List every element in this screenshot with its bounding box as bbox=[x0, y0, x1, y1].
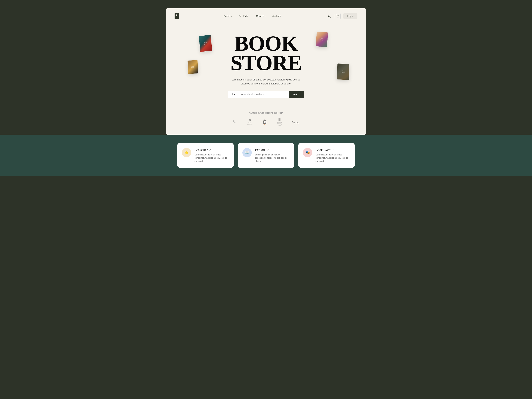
nav-actions: Login bbox=[327, 13, 357, 19]
search-input[interactable] bbox=[238, 91, 289, 98]
publishers-logos: S EALPRESS bbox=[175, 118, 357, 126]
bestseller-icon-wrap: ⭐ bbox=[182, 148, 191, 157]
publishers-label: Curated by world-leading publisher bbox=[175, 112, 357, 114]
book-event-title: Book Event ↗ bbox=[316, 148, 350, 152]
navbar: Books ▾ For Kids ▾ Genres ▾ Authors bbox=[166, 8, 366, 24]
nav-links: Books ▾ For Kids ▾ Genres ▾ Authors bbox=[223, 15, 282, 18]
bottom-section: ⭐ Bestseller ↗ Lorem ipsum dolor sit ame… bbox=[0, 135, 532, 176]
arrow-icon: ↗ bbox=[267, 148, 269, 151]
explore-content: Explore ↗ Lorem ipsum dolor sit amet con… bbox=[255, 148, 290, 163]
book-open-icon: 📖 bbox=[245, 151, 249, 155]
svg-point-3 bbox=[338, 17, 339, 17]
nav-authors[interactable]: Authors ▾ bbox=[272, 15, 282, 18]
hero-title: BOOK STORE bbox=[175, 34, 357, 73]
theater-masks-icon: 🎭 bbox=[305, 151, 310, 155]
publisher-flag bbox=[232, 120, 237, 124]
explore-card[interactable]: 📖 Explore ↗ Lorem ipsum dolor sit amet c… bbox=[238, 143, 294, 168]
nav-genres[interactable]: Genres ▾ bbox=[256, 15, 266, 18]
logo[interactable] bbox=[175, 13, 179, 19]
svg-point-8 bbox=[264, 120, 264, 120]
hero-section: BookCover BookCover BookCover BookCover … bbox=[166, 24, 366, 107]
nav-for-kids[interactable]: For Kids ▾ bbox=[239, 15, 249, 18]
book-event-card[interactable]: 🎭 Book Event ↗ Lorem ipsum dolor sit ame… bbox=[298, 143, 355, 168]
publisher-seal: S EALPRESS bbox=[247, 119, 253, 126]
bestseller-content: Bestseller ↗ Lorem ipsum dolor sit amet … bbox=[195, 148, 229, 163]
bestseller-card[interactable]: ⭐ Bestseller ↗ Lorem ipsum dolor sit ame… bbox=[177, 143, 234, 168]
publisher-wsj: WSJ bbox=[292, 120, 300, 124]
hero-subtitle: Lorem ipsum dolor sit amet, consectetur … bbox=[229, 78, 303, 86]
svg-point-0 bbox=[328, 15, 330, 17]
arrow-icon: ↗ bbox=[333, 148, 335, 151]
explore-title: Explore ↗ bbox=[255, 148, 290, 152]
cart-icon[interactable] bbox=[335, 13, 341, 19]
explore-icon-wrap: 📖 bbox=[242, 148, 252, 157]
search-bar-container: All ▾ Search bbox=[175, 91, 357, 98]
search-filter-dropdown[interactable]: All ▾ bbox=[228, 91, 238, 98]
bestseller-description: Lorem ipsum dolor sit amet consectetur a… bbox=[195, 153, 229, 163]
event-icon-wrap: 🎭 bbox=[303, 148, 312, 157]
publisher-harvard: Harvard University Press bbox=[277, 118, 282, 126]
star-icon: ⭐ bbox=[184, 151, 189, 155]
search-bar: All ▾ Search bbox=[228, 91, 304, 98]
chevron-down-icon: ▾ bbox=[231, 15, 232, 17]
search-icon[interactable] bbox=[327, 13, 332, 19]
book-event-content: Book Event ↗ Lorem ipsum dolor sit amet … bbox=[316, 148, 350, 163]
chevron-down-icon: ▾ bbox=[248, 15, 249, 17]
svg-point-9 bbox=[265, 120, 265, 120]
svg-point-2 bbox=[337, 17, 338, 17]
explore-description: Lorem ipsum dolor sit amet consectetur a… bbox=[255, 153, 290, 163]
svg-point-10 bbox=[264, 124, 266, 125]
book-event-description: Lorem ipsum dolor sit amet consectetur a… bbox=[316, 153, 350, 163]
publishers-section: Curated by world-leading publisher S EAL… bbox=[166, 107, 366, 135]
search-button[interactable]: Search bbox=[289, 91, 304, 98]
chevron-down-icon: ▾ bbox=[234, 93, 235, 96]
arrow-icon: ↗ bbox=[209, 148, 211, 151]
publisher-penguin bbox=[262, 119, 267, 125]
svg-line-1 bbox=[330, 17, 331, 18]
chevron-down-icon: ▾ bbox=[265, 15, 266, 17]
nav-books[interactable]: Books ▾ bbox=[223, 15, 232, 18]
bestseller-title: Bestseller ↗ bbox=[195, 148, 229, 152]
login-button[interactable]: Login bbox=[343, 13, 357, 19]
chevron-down-icon: ▾ bbox=[282, 15, 282, 17]
